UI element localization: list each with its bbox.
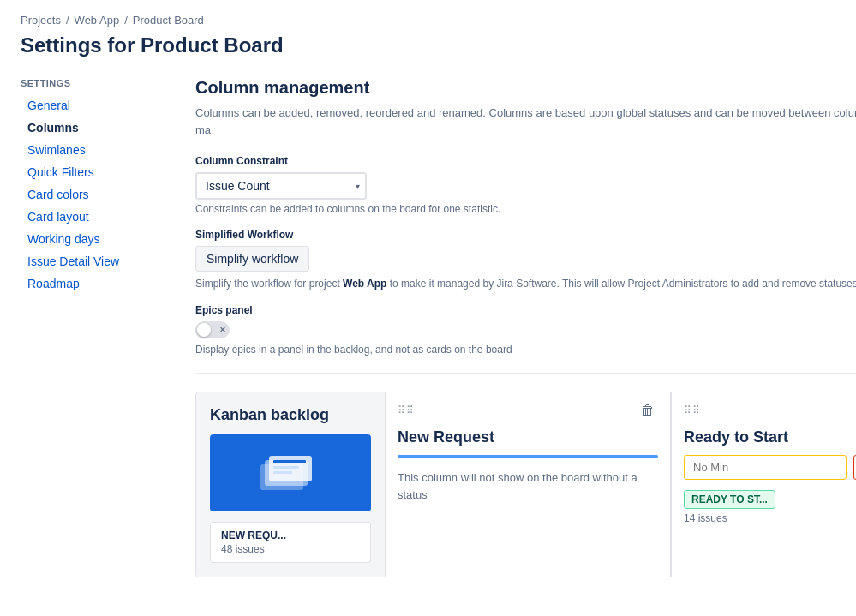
ready-min-input[interactable] <box>684 455 847 480</box>
simplified-workflow-label: Simplified Workflow <box>195 229 856 241</box>
backlog-col-title: Kanban backlog <box>210 406 371 424</box>
breadcrumb: Projects / Web App / Product Board <box>21 14 835 27</box>
sidebar-item-card-layout[interactable]: Card layout <box>21 206 175 227</box>
sidebar-item-swimlanes[interactable]: Swimlanes <box>21 140 175 160</box>
epics-panel-label: Epics panel <box>195 304 856 316</box>
column-constraint-hint: Constraints can be added to columns on t… <box>195 203 856 215</box>
board-preview: Kanban backlog NEW REQU. <box>195 392 856 577</box>
epics-panel-hint: Display epics in a panel in the backlog,… <box>195 344 856 356</box>
ready-issue-count: 14 issues <box>684 512 856 524</box>
sidebar: SETTINGS General Columns Swimlanes Quick… <box>21 78 175 577</box>
breadcrumb-webapp[interactable]: Web App <box>75 14 120 27</box>
ready-status-badge: READY TO ST... <box>684 490 775 509</box>
svg-rect-3 <box>273 460 306 463</box>
svg-rect-4 <box>273 466 299 469</box>
section-description: Columns can be added, removed, reordered… <box>195 105 856 138</box>
board-col-backlog: Kanban backlog NEW REQU. <box>196 392 385 577</box>
sidebar-item-issue-detail-view[interactable]: Issue Detail View <box>21 251 175 272</box>
ready-col-title: Ready to Start <box>684 428 856 446</box>
sidebar-item-roadmap[interactable]: Roadmap <box>21 273 175 294</box>
new-request-delete-button[interactable]: 🗑 <box>638 401 658 420</box>
sidebar-section-label: SETTINGS <box>21 78 175 88</box>
column-constraint-select-wrapper: Issue Count Story Points ▾ <box>195 172 367 200</box>
new-request-title-area: New Request <box>386 428 670 455</box>
board-col-new-request: ⠿⠿ 🗑 New Request This column will not sh… <box>385 392 671 577</box>
sidebar-item-general[interactable]: General <box>21 95 175 116</box>
toggle-x-icon: ✕ <box>219 326 226 334</box>
backlog-card-label: NEW REQU... <box>221 529 360 541</box>
column-constraint-group: Column Constraint Issue Count Story Poin… <box>195 155 856 215</box>
epics-panel-group: Epics panel ✕ Display epics in a panel i… <box>195 304 856 356</box>
new-request-progress-bar <box>398 455 658 458</box>
backlog-card-preview: NEW REQU... 48 issues <box>210 522 371 563</box>
main-content: Column management Columns can be added, … <box>175 78 856 577</box>
epics-panel-toggle[interactable]: ✕ <box>195 321 230 338</box>
ready-status-badge-row: READY TO ST... 14 issues <box>672 490 856 524</box>
backlog-card-count: 48 issues <box>221 543 360 555</box>
workflow-project-name: Web App <box>343 278 386 290</box>
backlog-illustration <box>210 434 371 511</box>
svg-rect-5 <box>273 471 292 474</box>
column-constraint-select[interactable]: Issue Count Story Points <box>195 172 367 200</box>
epics-panel-toggle-row: ✕ <box>195 321 856 338</box>
breadcrumb-projects[interactable]: Projects <box>21 14 61 27</box>
drag-handle-icon[interactable]: ⠿⠿ <box>398 404 415 416</box>
column-constraint-label: Column Constraint <box>195 155 856 167</box>
sidebar-item-working-days[interactable]: Working days <box>21 229 175 249</box>
new-request-col-title: New Request <box>398 428 658 446</box>
simplify-workflow-button[interactable]: Simplify workflow <box>195 246 309 272</box>
simplified-workflow-hint: Simplify the workflow for project Web Ap… <box>195 277 856 290</box>
new-request-col-header: ⠿⠿ 🗑 <box>386 392 670 428</box>
page-title: Settings for Product Board <box>21 33 835 57</box>
sidebar-item-card-colors[interactable]: Card colors <box>21 184 175 205</box>
ready-title-area: Ready to Start <box>672 428 856 455</box>
new-request-no-status: This column will not show on the board w… <box>398 469 658 503</box>
ready-drag-handle-icon[interactable]: ⠿⠿ <box>684 404 701 416</box>
sidebar-item-quick-filters[interactable]: Quick Filters <box>21 162 175 182</box>
section-divider <box>195 373 856 374</box>
breadcrumb-current: Product Board <box>133 14 204 27</box>
board-col-ready: ⠿⠿ 🗑 Ready to Start READY TO ST... 14 is… <box>671 392 856 577</box>
simplified-workflow-group: Simplified Workflow Simplify workflow Si… <box>195 229 856 290</box>
new-request-col-body: This column will not show on the board w… <box>386 469 670 515</box>
toggle-knob <box>197 323 211 337</box>
ready-col-header: ⠿⠿ 🗑 <box>672 392 856 428</box>
ready-min-max-row <box>672 455 856 490</box>
sidebar-item-columns[interactable]: Columns <box>21 117 175 138</box>
section-title: Column management <box>195 78 856 98</box>
